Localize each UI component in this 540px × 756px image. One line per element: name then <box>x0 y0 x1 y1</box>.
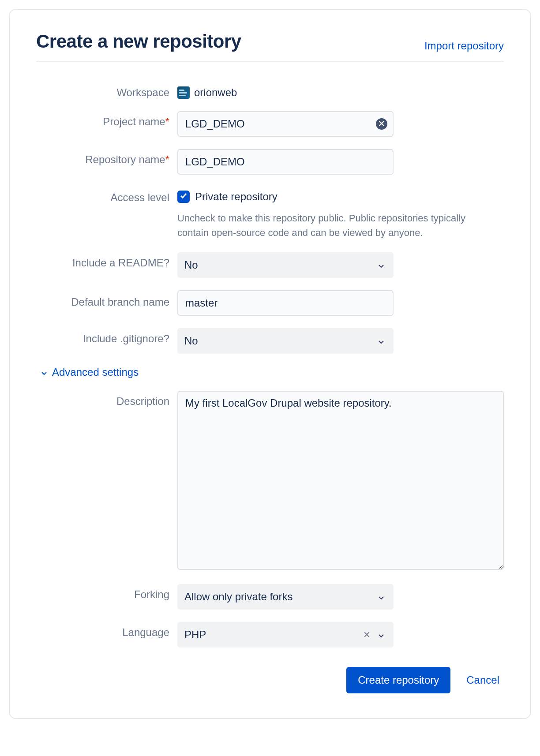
workspace-icon <box>177 86 190 99</box>
label-default-branch: Default branch name <box>36 290 177 310</box>
project-name-input[interactable] <box>177 111 394 137</box>
row-workspace: Workspace orionweb <box>36 82 504 99</box>
row-description: Description <box>36 391 504 572</box>
page-title: Create a new repository <box>36 31 241 52</box>
advanced-settings-label: Advanced settings <box>52 366 139 378</box>
chevron-down-icon <box>377 630 386 639</box>
access-level-help: Uncheck to make this repository public. … <box>177 211 477 240</box>
label-include-gitignore: Include .gitignore? <box>36 328 177 345</box>
chevron-down-icon <box>377 592 386 601</box>
include-readme-select[interactable]: No <box>177 252 394 278</box>
create-repo-card: Create a new repository Import repositor… <box>9 9 531 719</box>
label-access-level: Access level <box>36 187 177 204</box>
chevron-down-icon <box>377 261 386 269</box>
repository-name-input[interactable] <box>177 149 394 175</box>
clear-project-name-button[interactable] <box>376 118 387 130</box>
include-gitignore-value: No <box>184 335 198 347</box>
forking-value: Allow only private forks <box>184 591 292 603</box>
label-project-name: Project name* <box>36 111 177 128</box>
label-description: Description <box>36 391 177 408</box>
forking-select[interactable]: Allow only private forks <box>177 584 394 610</box>
description-textarea[interactable] <box>177 391 504 570</box>
row-access-level: Access level Private repository Uncheck … <box>36 187 504 240</box>
label-include-readme: Include a README? <box>36 252 177 269</box>
private-repository-label: Private repository <box>195 191 278 203</box>
default-branch-input[interactable] <box>177 290 394 316</box>
required-marker: * <box>165 153 169 165</box>
row-include-readme: Include a README? No <box>36 252 504 278</box>
row-language: Language PHP ✕ <box>36 622 504 647</box>
clear-language-button[interactable]: ✕ <box>363 630 371 639</box>
row-default-branch: Default branch name <box>36 290 504 316</box>
label-repository-name: Repository name* <box>36 149 177 166</box>
workspace-value: orionweb <box>177 82 504 99</box>
create-repository-button[interactable]: Create repository <box>346 667 450 693</box>
include-gitignore-select[interactable]: No <box>177 328 394 354</box>
required-marker: * <box>165 116 169 127</box>
check-icon <box>180 192 188 202</box>
row-project-name: Project name* <box>36 111 504 137</box>
footer: Create repository Cancel <box>36 667 504 693</box>
label-language: Language <box>36 622 177 639</box>
private-repository-checkbox[interactable] <box>177 191 190 203</box>
row-forking: Forking Allow only private forks <box>36 584 504 610</box>
label-forking: Forking <box>36 584 177 601</box>
cancel-button[interactable]: Cancel <box>466 674 499 686</box>
chevron-down-icon <box>40 368 49 377</box>
include-readme-value: No <box>184 259 198 271</box>
workspace-name: orionweb <box>194 86 237 99</box>
row-include-gitignore: Include .gitignore? No <box>36 328 504 354</box>
close-icon: ✕ <box>363 630 371 640</box>
label-workspace: Workspace <box>36 82 177 99</box>
import-repository-link[interactable]: Import repository <box>424 40 504 52</box>
row-repository-name: Repository name* <box>36 149 504 175</box>
language-value: PHP <box>184 629 206 641</box>
chevron-down-icon <box>377 337 386 345</box>
header: Create a new repository Import repositor… <box>36 31 504 62</box>
close-icon <box>379 120 385 128</box>
language-select[interactable]: PHP ✕ <box>177 622 394 647</box>
advanced-settings-toggle[interactable]: Advanced settings <box>36 366 504 378</box>
